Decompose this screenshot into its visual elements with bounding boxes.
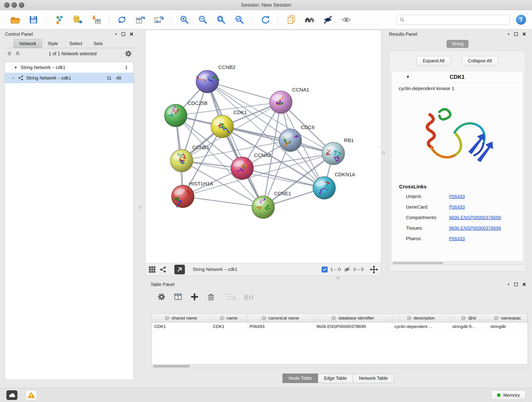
crosslink-genecard-link[interactable]: P06493	[449, 204, 465, 210]
horizontal-splitter-handle[interactable]	[336, 276, 339, 279]
table-panel-menu-icon[interactable]: ▾	[508, 282, 510, 287]
string-tab-badge[interactable]: String	[447, 40, 469, 48]
add-column-icon[interactable]	[190, 293, 199, 301]
column-header-4[interactable]: description	[392, 314, 450, 322]
network-node-CDC6[interactable]	[279, 129, 302, 152]
share-view-icon[interactable]	[160, 266, 167, 273]
column-header-3[interactable]: database identifier	[314, 314, 392, 322]
network-edge-CCNB2-CCNE1[interactable]	[207, 82, 263, 207]
column-header-0[interactable]: shared name	[152, 314, 210, 322]
network-node-CDKN1A[interactable]	[313, 177, 336, 199]
help-icon[interactable]: ?	[516, 15, 526, 25]
tab-network-table[interactable]: Network Table	[353, 374, 394, 383]
tab-network[interactable]: Network	[14, 39, 42, 48]
network-node-HIST1H1A[interactable]	[172, 185, 194, 208]
home-pair-icon[interactable]	[304, 14, 316, 26]
results-panel: Results Panel ▾ × String Expand All Coll…	[387, 30, 528, 281]
show-all-eye-icon[interactable]	[340, 14, 352, 26]
results-panel-float-icon[interactable]	[514, 32, 518, 36]
table-cell-1[interactable]: CDK1	[210, 322, 247, 331]
table-cell-2[interactable]: P06493	[247, 322, 314, 331]
results-scrollbar[interactable]	[392, 261, 523, 264]
export-view-button[interactable]	[174, 265, 185, 274]
expand-all-icon[interactable]	[15, 51, 21, 56]
open-session-icon[interactable]	[9, 14, 21, 26]
results-panel-close-icon[interactable]: ×	[522, 32, 526, 36]
crosslink-compartments-link[interactable]: 9606.ENSP00000378699	[449, 215, 501, 220]
tab-sets[interactable]: Sets	[88, 39, 108, 48]
selected-checkbox-icon[interactable]	[322, 267, 328, 273]
tab-node-table[interactable]: Node Table	[283, 374, 318, 383]
delete-column-trash-icon[interactable]	[207, 293, 215, 301]
collapse-all-button[interactable]: Collapse All	[462, 56, 498, 65]
import-table-icon[interactable]	[90, 14, 102, 26]
network-node-CCNB1[interactable]	[171, 149, 193, 172]
table-settings-gear-icon[interactable]	[157, 293, 166, 301]
zoom-out-icon[interactable]	[197, 14, 209, 26]
network-collection-row[interactable]: ▼ String Network – cdk1 1	[5, 62, 133, 73]
memory-button[interactable]: Memory	[491, 390, 526, 400]
tab-edge-table[interactable]: Edge Table	[318, 374, 353, 383]
table-cell-3[interactable]: 9606.ENSP00000378699	[314, 322, 392, 331]
tree-expander-icon[interactable]: ▼	[14, 65, 17, 70]
pan-move-icon[interactable]	[370, 265, 378, 274]
tab-style[interactable]: Style	[42, 39, 63, 48]
clone-network-icon[interactable]	[116, 14, 128, 26]
table-row[interactable]: CDK1CDK1P064939606.ENSP00000378699cyclin…	[152, 322, 528, 331]
table-scrollbar[interactable]	[152, 364, 528, 368]
hide-selected-eye-icon[interactable]	[322, 14, 334, 26]
column-header-1[interactable]: name	[210, 314, 247, 322]
control-panel-close-icon[interactable]: ×	[130, 32, 133, 36]
tab-select[interactable]: Select	[64, 39, 88, 48]
network-node-CCNE1[interactable]	[252, 196, 274, 218]
vertical-splitter-handle[interactable]	[139, 206, 142, 209]
network-node-RB1[interactable]	[322, 142, 345, 165]
show-columns-icon[interactable]	[174, 293, 182, 301]
network-node-label-CDC25B: CDC25B	[188, 100, 208, 106]
network-node-CCNA1[interactable]	[270, 91, 292, 114]
zoom-fit-icon[interactable]	[215, 14, 227, 26]
network-node-CDC25B[interactable]	[165, 104, 187, 127]
crosslink-uniprot-link[interactable]: P06493	[449, 194, 465, 199]
crosslink-tissues-link[interactable]: 9606.ENSP00000378699	[449, 225, 501, 231]
network-node-CCNA2[interactable]	[231, 157, 253, 179]
expand-all-button[interactable]: Expand All	[417, 56, 451, 65]
copy-document-icon[interactable]	[285, 14, 297, 26]
hidden-eye-slash-icon[interactable]	[343, 266, 351, 273]
import-database-icon[interactable]	[72, 14, 84, 26]
table-panel-float-icon[interactable]	[514, 283, 518, 286]
vertical-splitter-handle[interactable]	[382, 151, 385, 154]
save-session-icon[interactable]	[27, 14, 39, 26]
column-header-2[interactable]: canonical name	[247, 314, 314, 322]
column-header-6[interactable]: namespac	[488, 314, 528, 322]
crosslink-pharos-link[interactable]: P06493	[449, 236, 465, 241]
warnings-button[interactable]	[26, 390, 37, 400]
birdseye-grid-icon[interactable]	[148, 266, 156, 274]
export-image-icon[interactable]	[152, 14, 165, 26]
network-node-CDK1[interactable]	[211, 115, 234, 138]
network-edge-HIST1H1A-CCNE1[interactable]	[183, 196, 263, 207]
table-cell-6[interactable]: stringdb	[488, 322, 528, 331]
zoom-selected-icon[interactable]	[234, 14, 245, 26]
network-options-gear-icon[interactable]	[125, 50, 132, 57]
control-panel-menu-icon[interactable]: ▾	[115, 32, 117, 36]
protein-card-collapse-icon[interactable]: ▼	[406, 75, 410, 79]
table-panel-close-icon[interactable]: ×	[522, 283, 526, 286]
refresh-icon[interactable]	[259, 14, 271, 26]
import-network-icon[interactable]	[53, 14, 65, 26]
results-panel-menu-icon[interactable]: ▾	[508, 32, 510, 36]
export-table-icon[interactable]	[134, 14, 146, 26]
network-canvas[interactable]: CCNB2CCNA1CDC25BCDK1CDC6RB1CCNB1CCNA2CDK…	[145, 30, 381, 263]
network-node-CCNB2[interactable]	[196, 70, 219, 93]
collapse-all-icon[interactable]	[6, 51, 12, 56]
table-cell-0[interactable]: CDK1	[152, 322, 210, 331]
search-input[interactable]	[397, 15, 510, 25]
zoom-in-icon[interactable]	[178, 14, 190, 26]
network-edge-CDK1-RB1[interactable]	[222, 127, 333, 153]
table-cell-5[interactable]: stringdb:9...	[450, 322, 488, 331]
table-cell-4[interactable]: cyclin-dependent ...	[392, 322, 450, 331]
control-panel-float-icon[interactable]	[121, 32, 125, 36]
column-header-5[interactable]: @id	[450, 314, 488, 322]
network-row[interactable]: ● String Network – cdk1 11 48	[5, 73, 133, 83]
cloud-services-button[interactable]	[6, 390, 17, 400]
